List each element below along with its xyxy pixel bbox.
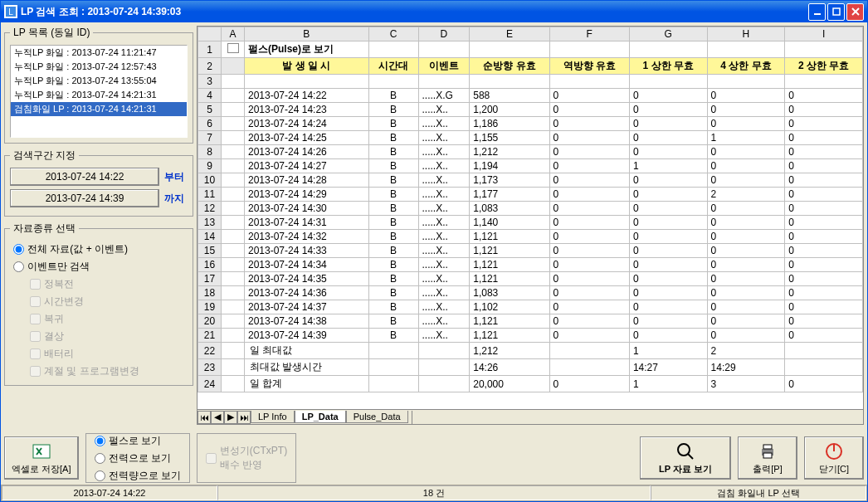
data-row[interactable]: 42013-07-24 14:22B.....X.G5880000 — [198, 89, 863, 103]
col-header[interactable]: D — [418, 27, 470, 41]
close-app-button[interactable]: 닫기[C] — [804, 436, 864, 480]
lp-list-item[interactable]: 누적LP 화일 : 2013-07-24 12:57:43 — [11, 60, 187, 74]
row-header[interactable]: 12 — [198, 202, 222, 216]
summary-row[interactable]: 23최대값 발생시간14:2614:2714:29 — [198, 359, 863, 376]
row-header[interactable]: 22 — [198, 343, 222, 359]
col-header[interactable]: B — [245, 27, 369, 41]
svg-point-7 — [678, 444, 690, 456]
radio-event-only[interactable]: 이벤트만 검색 — [10, 258, 188, 275]
data-row[interactable]: 192013-07-24 14:37B.....X..1,1020000 — [198, 300, 863, 314]
row-header[interactable]: 23 — [198, 359, 222, 376]
data-row[interactable]: 212013-07-24 14:39B.....X..1,1210000 — [198, 329, 863, 343]
tab-nav-first[interactable]: ⏮ — [197, 411, 211, 424]
row-header[interactable]: 16 — [198, 258, 222, 272]
data-row[interactable]: 82013-07-24 14:26B.....X..1,2120000 — [198, 145, 863, 159]
tab-nav-prev[interactable]: ◀ — [211, 411, 224, 424]
col-header[interactable]: F — [549, 27, 629, 41]
col-header[interactable]: G — [629, 27, 707, 41]
grid-container[interactable]: ABCDEFGHI1펄스(Pulse)로 보기2발 생 일 시시간대이벤트순방향… — [197, 27, 863, 409]
tab-nav-next[interactable]: ▶ — [224, 411, 237, 424]
row-header[interactable]: 14 — [198, 230, 222, 244]
tab-nav-last[interactable]: ⏭ — [237, 411, 251, 424]
excel-save-button[interactable]: 엑셀로 저장[A] — [4, 436, 79, 480]
row-header[interactable]: 3 — [198, 75, 222, 89]
radio-power-view[interactable]: 전력으로 보기 — [91, 450, 184, 467]
row-header[interactable]: 20 — [198, 314, 222, 329]
data-row[interactable]: 92013-07-24 14:27B.....X..1,1940100 — [198, 159, 863, 173]
sheet-tab[interactable]: LP_Data — [295, 411, 346, 423]
pulse-toggle-checkbox[interactable] — [227, 43, 239, 53]
col-header[interactable]: C — [368, 27, 418, 41]
lp-view-button[interactable]: LP 자료 보기 — [640, 436, 731, 480]
event-check: 정복전 — [27, 275, 188, 293]
radio-pulse-view[interactable]: 펄스로 보기 — [91, 432, 184, 450]
lp-list-item[interactable]: 누적LP 화일 : 2013-07-24 13:55:04 — [11, 74, 187, 88]
ctpt-check: 변성기(CTxPT) 배수 반영 — [202, 442, 290, 474]
data-row[interactable]: 72013-07-24 14:25B.....X..1,1550010 — [198, 131, 863, 145]
data-row[interactable]: 132013-07-24 14:31B.....X..1,1400000 — [198, 216, 863, 230]
radio-energy-view[interactable]: 전력량으로 보기 — [91, 467, 184, 485]
row-header[interactable]: 10 — [198, 173, 222, 188]
data-row[interactable]: 102013-07-24 14:28B.....X..1,1730000 — [198, 173, 863, 188]
maximize-button[interactable] — [827, 3, 845, 21]
print-button[interactable]: 출력[P] — [738, 436, 797, 480]
row-header[interactable]: 11 — [198, 188, 222, 202]
row-header[interactable]: 2 — [198, 58, 222, 75]
event-check: 결상 — [27, 328, 188, 345]
column-label: 4 상한 무효 — [707, 58, 785, 75]
summary-row[interactable]: 24일 합계20,0000130 — [198, 376, 863, 392]
row-header[interactable]: 9 — [198, 159, 222, 173]
printer-icon — [758, 441, 778, 461]
col-header[interactable]: A — [222, 27, 245, 41]
data-row[interactable]: 62013-07-24 14:24B.....X..1,1860000 — [198, 117, 863, 131]
sheet-tab[interactable]: LP Info — [251, 411, 295, 423]
data-row[interactable]: 162013-07-24 14:34B.....X..1,1210000 — [198, 258, 863, 272]
row-header[interactable]: 7 — [198, 131, 222, 145]
row-header[interactable]: 5 — [198, 103, 222, 117]
data-row[interactable]: 182013-07-24 14:36B.....X..1,0830000 — [198, 286, 863, 300]
data-row[interactable]: 202013-07-24 14:38B.....X..1,1210000 — [198, 314, 863, 329]
lp-list[interactable]: 누적LP 화일 : 2013-07-24 11:21:47누적LP 화일 : 2… — [10, 45, 188, 138]
data-row[interactable]: 52013-07-24 14:23B.....X..1,2000000 — [198, 103, 863, 117]
lp-list-item[interactable]: 누적LP 화일 : 2013-07-24 11:21:47 — [11, 46, 187, 60]
col-header[interactable]: H — [707, 27, 785, 41]
sheet-tab[interactable]: Pulse_Data — [346, 411, 408, 423]
row-header[interactable]: 15 — [198, 244, 222, 258]
data-grid[interactable]: ABCDEFGHI1펄스(Pulse)로 보기2발 생 일 시시간대이벤트순방향… — [197, 27, 863, 392]
row-header[interactable]: 17 — [198, 272, 222, 286]
row-header[interactable]: 24 — [198, 376, 222, 392]
summary-row[interactable]: 22일 최대값1,21212 — [198, 343, 863, 359]
range-to-button[interactable]: 2013-07-24 14:39 — [10, 189, 159, 207]
status-right: 검침 화일내 LP 선택 — [651, 485, 866, 500]
tab-scrollbar[interactable] — [412, 411, 863, 424]
data-row[interactable]: 172013-07-24 14:35B.....X..1,1210000 — [198, 272, 863, 286]
col-header[interactable]: I — [785, 27, 863, 41]
radio-all-data[interactable]: 전체 자료(값 + 이벤트) — [10, 241, 188, 258]
svg-rect-10 — [763, 445, 772, 449]
radio-event-input[interactable] — [13, 261, 24, 272]
range-from-button[interactable]: 2013-07-24 14:22 — [10, 168, 159, 186]
svg-text:L: L — [8, 7, 13, 17]
svg-rect-6 — [33, 445, 50, 458]
lp-list-item[interactable]: 누적LP 화일 : 2013-07-24 14:21:31 — [11, 88, 187, 102]
row-header[interactable]: 4 — [198, 89, 222, 103]
lp-list-item[interactable]: 검침화일 LP : 2013-07-24 14:21:31 — [11, 102, 187, 116]
radio-all-input[interactable] — [13, 244, 24, 255]
row-header[interactable]: 21 — [198, 329, 222, 343]
row-header[interactable]: 13 — [198, 216, 222, 230]
col-header[interactable]: E — [470, 27, 549, 41]
close-button[interactable] — [846, 3, 864, 21]
row-header[interactable]: 18 — [198, 286, 222, 300]
data-row[interactable]: 112013-07-24 14:29B.....X..1,1770020 — [198, 188, 863, 202]
row-header[interactable]: 6 — [198, 117, 222, 131]
data-row[interactable]: 152013-07-24 14:33B.....X..1,1210000 — [198, 244, 863, 258]
minimize-button[interactable] — [808, 3, 826, 21]
data-row[interactable]: 142013-07-24 14:32B.....X..1,1210000 — [198, 230, 863, 244]
row-header[interactable]: 1 — [198, 41, 222, 58]
row-header[interactable]: 19 — [198, 300, 222, 314]
data-row[interactable]: 122013-07-24 14:30B.....X..1,0830000 — [198, 202, 863, 216]
row-header[interactable]: 8 — [198, 145, 222, 159]
lp-list-legend: LP 목록 (동일 ID) — [10, 26, 93, 40]
grid-panel: ABCDEFGHI1펄스(Pulse)로 보기2발 생 일 시시간대이벤트순방향… — [197, 26, 864, 425]
status-center: 18 건 — [217, 485, 651, 500]
